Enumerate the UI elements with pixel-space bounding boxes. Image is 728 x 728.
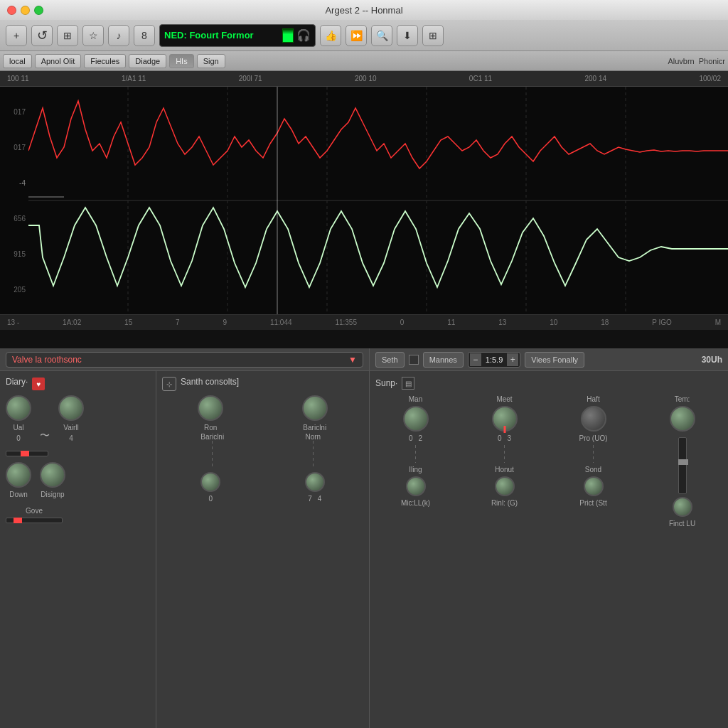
iling-knob[interactable] [406,476,426,496]
nav-apnol[interactable]: Apnol Olit [35,54,82,68]
ual-label: Ual [13,424,23,432]
norn-knob[interactable] [302,395,328,421]
nav-fiecules[interactable]: Fiecules [84,54,126,68]
marker-4: 200 10 [355,75,377,82]
tbl-1: 13 - [7,318,19,326]
gove-group: Gove [6,507,63,523]
man-group: Man 02 Iling Mic:LL(k) [375,395,456,528]
nav-aluvbrn[interactable]: Aluvbrn [668,57,694,65]
speaker-button[interactable]: ♪ [108,25,129,46]
vairll-group: Vairll 4 [58,395,84,442]
diary-title: Diary· [6,377,28,387]
synth-k4[interactable] [305,472,325,492]
panel-content: Diary· ♥ Ual 0 〜 Vairll 4 [0,371,369,728]
download-button[interactable]: ⬇ [397,25,418,46]
down-label: Down [9,491,28,498]
grid-button[interactable]: ⊞ [57,25,78,46]
gove-slider[interactable] [6,518,63,523]
waveform-canvas[interactable] [28,87,728,314]
valve-dropdown[interactable]: Valve la roothsonc ▼ [6,352,363,368]
diary-slider1[interactable] [6,451,48,456]
meet-knob[interactable] [492,406,518,432]
nav-diadge[interactable]: Diadge [129,54,166,68]
haft-group: Haft Pro (UO) Sond Prict (Stt [553,395,633,528]
minimize-button[interactable] [21,6,30,15]
viees-button[interactable]: Viees Fonally [525,352,584,368]
vertical-slider[interactable] [678,437,687,494]
add-button[interactable]: + [6,25,27,46]
gove-thumb [14,518,22,523]
ual-knob[interactable] [6,395,31,421]
y-axis: 017 017 -4 656 915 205 [0,87,28,314]
vairll-knob[interactable] [58,395,84,421]
synth-v1: 0 [208,495,213,503]
tbl-12: 18 [601,318,609,326]
apps-button[interactable]: ⊞ [422,25,444,46]
synth-section: ⊹ Santh consolts] Ron Bariclni Bari [156,371,369,728]
nav-phonicr[interactable]: Phonicr [699,57,725,65]
nav-his[interactable]: HIs [169,54,194,68]
norn-group: Bariclni [267,395,364,432]
counter-plus[interactable]: + [507,353,518,366]
finct-label: Finct LU [669,520,695,528]
bariclni-label: Bariclni [200,433,224,441]
sunp-knob-grid: Man 02 Iling Mic:LL(k) Meet [375,395,722,528]
sunp-icon: ▤ [402,377,414,390]
number-button[interactable]: 8 [134,25,155,46]
ron-knob[interactable] [198,395,223,421]
star-button[interactable]: ☆ [82,25,104,46]
honut-knob[interactable] [495,476,515,496]
tbl-10: 13 [498,318,506,326]
tbl-8: 0 [400,318,405,326]
honut-label: Honut [495,466,514,473]
diary-slider1-thumb [21,451,29,456]
dropdown-chevron: ▼ [348,355,357,365]
timeline-markers-top: 100 11 1/A1 11 200l 71 200 10 0C1 11 200… [7,75,721,82]
heart-icon: ♥ [32,378,45,390]
thumbs-button[interactable]: 👍 [320,25,341,46]
close-button[interactable] [7,6,16,15]
forward-button[interactable]: ⏩ [346,25,367,46]
sunp-title: Sunp· [375,378,397,388]
tem-knob[interactable] [670,406,695,432]
counter-value: 1:5.9 [483,355,505,364]
mannes-button[interactable]: Mannes [423,352,464,368]
maximize-button[interactable] [34,6,43,15]
mannes-checkbox[interactable] [409,355,419,365]
waveform-container: 100 11 1/A1 11 200l 71 200 10 0C1 11 200… [0,71,728,348]
tbl-2: 1A:02 [63,318,81,326]
haft-knob[interactable] [581,406,606,432]
counter-minus[interactable]: − [470,353,481,366]
disignp-group: Disignp [40,462,65,498]
finct-knob[interactable] [673,497,692,517]
seth-button[interactable]: Seth [375,352,405,368]
dashed-line2 [313,441,314,469]
tbl-3: 15 [124,318,132,326]
waveform-area[interactable]: 017 017 -4 656 915 205 [0,87,728,314]
nav-local[interactable]: local [3,54,32,68]
ned-text: NED: Foourt Formor [164,30,279,41]
nav-bar: local Apnol Olit Fiecules Diadge HIs Sig… [0,51,728,71]
timeline-markers-bottom: 13 - 1A:02 15 7 9 11:044 11:355 0 11 13 … [7,318,721,326]
man-knob[interactable] [403,406,429,432]
tbl-9: 11 [447,318,455,326]
synth-k3[interactable] [200,472,220,492]
sond-label: Sond [585,466,601,473]
marker-5: 0C1 11 [469,75,492,82]
down-knob[interactable] [6,462,31,488]
nav-sign[interactable]: Sign [197,54,225,68]
man-dashed [415,445,416,463]
rotate-button[interactable]: ↺ [31,25,53,46]
rinlg-label: Rinl: (G) [491,499,518,507]
toolbar: + ↺ ⊞ ☆ ♪ 8 NED: Foourt Formor 🎧 👍 ⏩ 🔍 ⬇… [0,20,728,51]
disignp-knob[interactable] [40,462,65,488]
haft-label: Haft [587,395,599,403]
bottom-panels: Valve la roothsonc ▼ Diary· ♥ Ual 0 〜 [0,348,728,728]
search-button[interactable]: 🔍 [371,25,392,46]
right-value: 30Uh [702,355,722,365]
sond-knob[interactable] [584,476,604,496]
ual-value: 0 [16,434,21,442]
window-title: Argest 2 -- Honmal [325,5,402,16]
left-panel-header: Valve la roothsonc ▼ [0,348,369,371]
window-controls[interactable] [7,6,43,15]
